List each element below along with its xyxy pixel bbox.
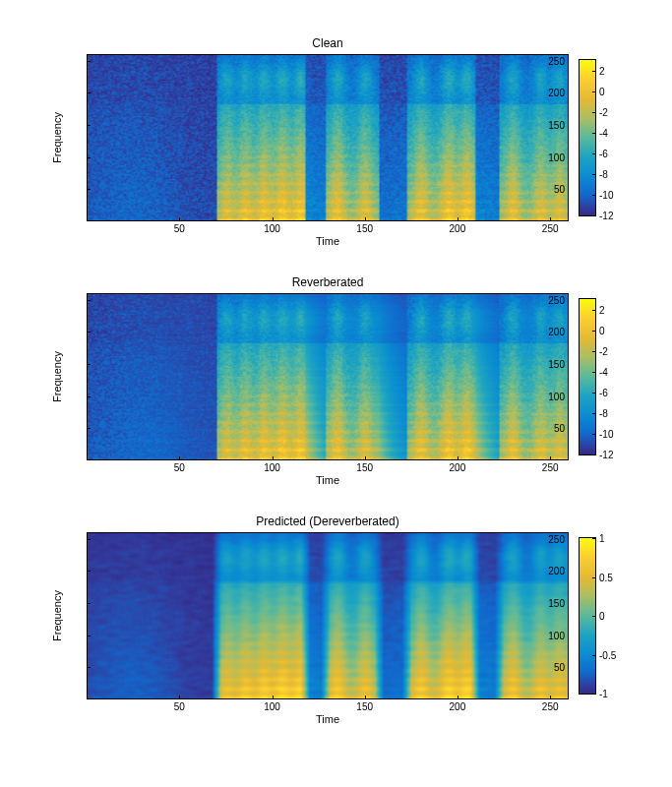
colorbar-tick: 0 bbox=[595, 325, 605, 335]
colorbar-tick: -12 bbox=[595, 211, 613, 221]
colorbar-tick: 0.5 bbox=[595, 572, 613, 582]
xlabel-reverberated: Time bbox=[87, 474, 569, 486]
colorbar-tick: -6 bbox=[595, 148, 608, 158]
colorbar-tick: 0 bbox=[595, 611, 605, 622]
colorbar-tick: -1 bbox=[595, 689, 608, 699]
colorbar-tick: -8 bbox=[595, 407, 608, 418]
title-predicted: Predicted (Dereverberated) bbox=[87, 515, 569, 528]
colorbar-tick: -2 bbox=[595, 106, 608, 117]
colorbar-tick: 0 bbox=[595, 86, 605, 96]
colorbar-tick: -4 bbox=[595, 366, 608, 377]
colorbar-tick: -8 bbox=[595, 168, 608, 179]
ylabel-clean: Frequency bbox=[51, 89, 63, 187]
axes-reverberated bbox=[87, 293, 569, 460]
heatmap-reverberated bbox=[88, 294, 568, 459]
colorbar-gradient bbox=[580, 60, 595, 215]
colorbar-tick: 2 bbox=[595, 65, 605, 76]
heatmap-clean bbox=[88, 55, 568, 220]
colorbar-clean: 20-2-4-6-8-10-12 bbox=[579, 59, 596, 216]
colorbar-tick: 1 bbox=[595, 533, 605, 544]
title-clean: Clean bbox=[87, 36, 569, 50]
xlabel-clean: Time bbox=[87, 235, 569, 247]
colorbar-tick: -6 bbox=[595, 387, 608, 397]
figure: Clean 50 100 150 200 250 50 100 150 200 … bbox=[0, 0, 672, 787]
panel-predicted: Predicted (Dereverberated) 50 100 150 20… bbox=[87, 532, 569, 699]
panel-clean: Clean 50 100 150 200 250 50 100 150 200 … bbox=[87, 54, 569, 221]
colorbar-tick: -12 bbox=[595, 450, 613, 460]
colorbar-tick: -10 bbox=[595, 428, 613, 439]
title-reverberated: Reverberated bbox=[87, 275, 569, 289]
colorbar-tick: -10 bbox=[595, 189, 613, 200]
ylabel-reverberated: Frequency bbox=[51, 328, 63, 426]
colorbar-gradient bbox=[580, 299, 595, 454]
axes-clean bbox=[87, 54, 569, 221]
ylabel-predicted: Frequency bbox=[51, 567, 63, 665]
colorbar-tick: -0.5 bbox=[595, 649, 616, 660]
colorbar-predicted: 10.50-0.5-1 bbox=[579, 537, 596, 695]
axes-predicted bbox=[87, 532, 569, 699]
colorbar-tick: 2 bbox=[595, 304, 605, 315]
colorbar-reverberated: 20-2-4-6-8-10-12 bbox=[579, 298, 596, 455]
colorbar-tick: -4 bbox=[595, 127, 608, 138]
xlabel-predicted: Time bbox=[87, 713, 569, 725]
panel-reverberated: Reverberated 50 100 150 200 250 50 100 1… bbox=[87, 293, 569, 460]
heatmap-predicted bbox=[88, 533, 568, 698]
colorbar-tick: -2 bbox=[595, 345, 608, 356]
